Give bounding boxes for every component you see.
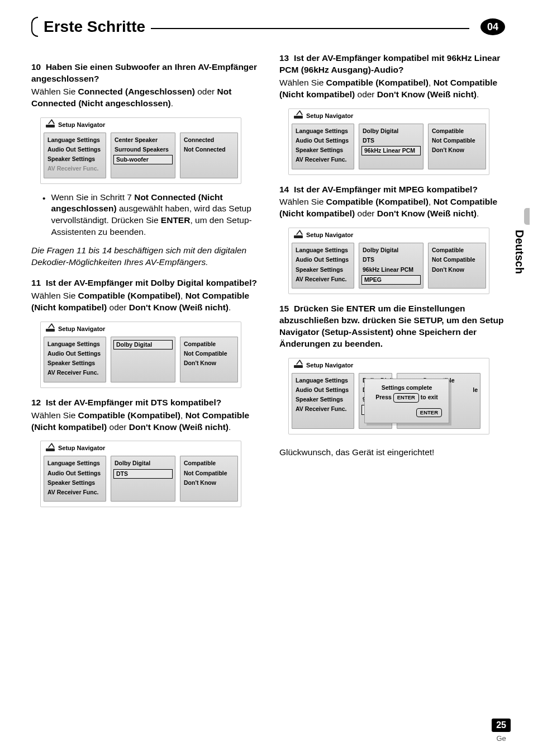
step-number: 12: [31, 398, 41, 407]
nav-left-item: Audio Out Settings: [292, 385, 354, 395]
nav-left-item: AV Receiver Func.: [44, 368, 106, 377]
nav-left-item: Language Settings: [44, 135, 106, 145]
nav-left-panel: Language Settings Audio Out Settings Spe…: [44, 133, 106, 178]
nav-mid-item: Dolby Digital: [359, 245, 423, 255]
setup-navigator-label: Setup Navigator: [58, 444, 105, 452]
italic-note: Die Fragen 11 bis 14 beschäftigen sich m…: [31, 245, 257, 268]
text: Press: [375, 394, 393, 400]
setup-navigator-body: Language Settings Audio Out Settings Spe…: [44, 456, 238, 502]
nav-left-item: AV Receiver Func.: [44, 164, 106, 173]
nav-left-panel: Language Settings Audio Out Settings Spe…: [44, 456, 106, 502]
text: Wählen Sie: [31, 87, 78, 96]
nav-mid-item-selected: DTS: [113, 469, 173, 479]
nav-left-item: Speaker Settings: [44, 478, 106, 488]
nav-right-panel: Compatible Not Compatible Don't Know: [428, 243, 486, 289]
step-13-body: Wählen Sie Compatible (Kompatibel), Not …: [279, 77, 505, 101]
setup-navigator-body: Language Settings Audio Out Settings Spe…: [44, 133, 238, 178]
nav-right-item: Not Compatible: [429, 255, 486, 264]
nav-right-panel: Connected Not Connected: [180, 133, 238, 178]
nav-left-item: Language Settings: [292, 126, 354, 136]
nav-mid-item: Dolby Digital: [359, 126, 423, 136]
option: Compatible (Kompatibel): [78, 410, 180, 420]
step-question: Haben Sie einen Subwoofer an Ihren AV-Em…: [31, 62, 257, 83]
step-number: 15: [279, 304, 289, 313]
step-10-note: • Wenn Sie in Schritt 7 Not Connected (N…: [42, 192, 257, 239]
nav-left-item: Audio Out Settings: [292, 255, 354, 264]
page-lang-code: Ge: [492, 734, 511, 743]
step-13-heading: 13 Ist der AV-Empfänger kompatibel mit 9…: [279, 53, 505, 76]
text: oder: [355, 209, 377, 218]
nav-left-item: Speaker Settings: [44, 358, 106, 368]
setup-navigator-label: Setup Navigator: [58, 325, 105, 333]
step-10-body: Wählen Sie Connected (Angeschlossen) ode…: [31, 86, 257, 110]
text: ,: [180, 291, 185, 300]
nav-left-item: Language Settings: [44, 339, 106, 349]
nav-mid-item-selected: Dolby Digital: [113, 340, 173, 349]
remote-icon: [46, 446, 55, 451]
nav-left-item: Language Settings: [44, 459, 106, 468]
text: .: [171, 98, 173, 108]
setup-navigator-body: Language Settings Audio Out Settings Spe…: [292, 124, 486, 169]
nav-middle-panel: Dolby Digital DTS: [111, 456, 175, 502]
nav-left-item: AV Receiver Func.: [292, 155, 354, 164]
nav-middle-panel: Dolby Digital DTS 96kHz Linear PCM MPEG: [359, 243, 423, 289]
nav-left-panel: Language Settings Audio Out Settings Spe…: [292, 373, 354, 429]
enter-button[interactable]: ENTER: [416, 408, 442, 418]
text: ,: [180, 410, 185, 420]
setup-navigator-box: Setup Navigator Language Settings Audio …: [288, 108, 489, 175]
text: to exit: [419, 394, 438, 400]
option-connected: Connected (Angeschlossen): [78, 87, 195, 96]
setup-navigator-title: Setup Navigator: [44, 120, 238, 133]
nav-right-item: Not Connected: [180, 145, 237, 154]
nav-mid-item-selected: MPEG: [361, 275, 421, 285]
nav-left-item: Audio Out Settings: [44, 145, 106, 154]
step-11-heading: 11 Ist der AV-Empfänger mit Dolby Digita…: [31, 277, 257, 289]
nav-left-panel: Language Settings Audio Out Settings Spe…: [292, 124, 354, 169]
nav-left-panel: Language Settings Audio Out Settings Spe…: [292, 243, 354, 289]
setup-navigator-title: Setup Navigator: [292, 360, 486, 373]
nav-right-panel: Compatible Not Compatible Don't Know: [180, 337, 238, 382]
nav-middle-panel: Dolby Digital: [111, 337, 175, 382]
remote-icon: [46, 122, 55, 127]
tab-marker: [524, 208, 530, 225]
nav-middle-panel: Dolby Digital DTS 96kHz Linear PCM: [359, 124, 423, 169]
nav-right-panel: Compatible Not Compatible Don't Know: [180, 456, 238, 502]
setup-navigator-title: Setup Navigator: [44, 443, 238, 456]
step-number: 11: [31, 278, 41, 287]
step-12-heading: 12 Ist der AV-Empfänger mit DTS kompatib…: [31, 397, 257, 409]
chapter-number: 04: [487, 21, 498, 33]
option: Compatible (Kompatibel): [326, 197, 429, 206]
step-question: Ist der AV-Empfänger mit DTS kompatibel?: [46, 398, 221, 407]
step-12-body: Wählen Sie Compatible (Kompatibel), Not …: [31, 410, 257, 433]
bullet-text: Wenn Sie in Schritt 7 Not Connected (Nic…: [51, 192, 257, 239]
nav-mid-item: DTS: [359, 255, 423, 264]
nav-left-item: AV Receiver Func.: [292, 275, 354, 284]
nav-right-item: Not Compatible: [180, 469, 237, 478]
setup-navigator-label: Setup Navigator: [306, 112, 353, 120]
text: ,: [429, 78, 434, 87]
step-question: Ist der AV-Empfänger kompatibel mit 96kH…: [279, 53, 500, 74]
text: oder: [355, 89, 377, 99]
setup-navigator-label: Setup Navigator: [58, 121, 105, 129]
text: .: [229, 303, 231, 312]
nav-right-panel: Compatible Not Compatible Don't Know: [428, 124, 486, 169]
step-10-heading: 10 Haben Sie einen Subwoofer an Ihren AV…: [31, 62, 257, 85]
dialog-line: Press ENTER to exit: [369, 393, 444, 403]
step-number: 10: [31, 62, 41, 72]
language-tab-label: Deutsch: [513, 230, 526, 274]
setup-navigator-body: Language Settings Audio Out Settings Spe…: [44, 337, 238, 382]
setup-navigator-title: Setup Navigator: [44, 324, 238, 337]
setup-navigator-label: Setup Navigator: [306, 361, 353, 370]
setup-navigator-body: Language Settings Audio Out Settings Spe…: [292, 373, 486, 429]
chapter-arc: [31, 17, 38, 37]
remote-icon: [46, 326, 55, 332]
step-14-heading: 14 Ist der AV-Empfänger mit MPEG kompati…: [279, 184, 505, 196]
nav-left-item: Audio Out Settings: [44, 349, 106, 358]
text: Wählen Sie: [31, 291, 78, 300]
nav-mid-item: DTS: [359, 136, 423, 145]
setup-navigator-box: Setup Navigator Language Settings Audio …: [40, 441, 241, 507]
step-number: 14: [279, 185, 289, 194]
nav-left-item: Language Settings: [292, 376, 354, 385]
option: Don't Know (Weiß nicht): [129, 303, 229, 312]
text: Wählen Sie: [279, 197, 326, 206]
